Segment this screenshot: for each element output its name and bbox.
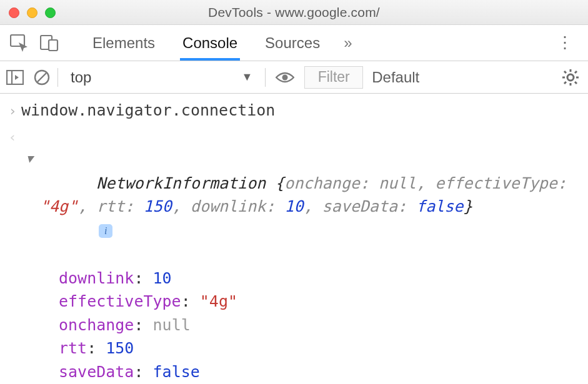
panel-tabs: Elements Console Sources	[90, 25, 322, 61]
device-toolbar-icon[interactable]	[39, 32, 60, 54]
console-toolbar: top ▼ Filter Default	[0, 61, 588, 94]
console-input-text[interactable]: window.navigator.connection	[21, 99, 583, 122]
object-class: NetworkInformation	[96, 174, 266, 192]
inspect-element-icon[interactable]	[9, 32, 30, 54]
toggle-drawer-icon[interactable]	[6, 70, 24, 85]
console-body: › window.navigator.connection ‹ ▼ Networ…	[0, 94, 588, 384]
svg-rect-2	[49, 40, 57, 51]
minimize-window-button[interactable]	[27, 7, 37, 18]
svg-line-13	[564, 71, 566, 73]
window-controls	[9, 7, 56, 18]
svg-line-6	[37, 73, 46, 82]
clear-console-icon[interactable]	[34, 69, 50, 86]
context-label: top	[71, 69, 91, 86]
context-selector[interactable]: top ▼	[66, 67, 257, 87]
prop-savedata[interactable]: saveData: false	[59, 360, 588, 384]
prop-rtt[interactable]: rtt: 150	[59, 337, 588, 360]
summary-downlink: 10	[284, 197, 303, 215]
svg-point-7	[282, 74, 288, 80]
svg-line-16	[575, 71, 577, 73]
input-marker-icon: ›	[4, 99, 21, 121]
prop-downlink[interactable]: downlink: 10	[59, 267, 588, 290]
object-properties: downlink: 10 effectiveType: "4g" onchang…	[0, 267, 588, 384]
tab-console[interactable]: Console	[180, 25, 240, 61]
summary-effectivetype: "4g"	[40, 197, 77, 215]
prop-effectivetype[interactable]: effectiveType: "4g"	[59, 290, 588, 313]
panel-tabbar: Elements Console Sources » ⋮	[0, 25, 588, 61]
console-input-row: › window.navigator.connection	[0, 97, 588, 124]
titlebar: DevTools - www.google.com/	[0, 0, 588, 25]
object-summary[interactable]: ▼ NetworkInformation {onchange: null, ef…	[21, 125, 583, 265]
summary-rtt: 150	[144, 197, 172, 215]
svg-line-15	[564, 82, 566, 84]
svg-line-14	[575, 82, 577, 84]
filter-input[interactable]: Filter	[304, 66, 363, 89]
summary-onchange: null	[379, 174, 416, 192]
summary-savedata: false	[416, 197, 463, 215]
settings-menu-icon[interactable]: ⋮	[552, 33, 579, 52]
live-expression-icon[interactable]	[276, 71, 294, 84]
expand-object-icon[interactable]: ▼	[26, 150, 33, 167]
prop-onchange[interactable]: onchange: null	[59, 313, 588, 337]
close-window-button[interactable]	[9, 7, 19, 18]
svg-point-8	[567, 74, 574, 81]
filter-placeholder: Filter	[318, 69, 350, 86]
info-badge-icon[interactable]: i	[99, 224, 112, 238]
zoom-window-button[interactable]	[45, 7, 56, 18]
log-level-label: Default	[372, 69, 419, 86]
output-marker-icon: ‹	[4, 125, 21, 147]
log-level-selector[interactable]: Default	[372, 69, 419, 86]
console-output-row: ‹ ▼ NetworkInformation {onchange: null, …	[0, 124, 588, 267]
tab-elements[interactable]: Elements	[90, 25, 157, 61]
more-tabs-icon[interactable]: »	[344, 34, 352, 52]
tab-sources[interactable]: Sources	[262, 25, 322, 61]
console-settings-icon[interactable]	[562, 69, 579, 86]
chevron-down-icon: ▼	[241, 71, 252, 84]
window-title: DevTools - www.google.com/	[208, 5, 380, 20]
